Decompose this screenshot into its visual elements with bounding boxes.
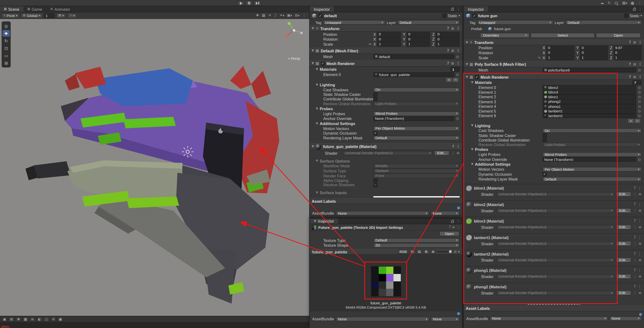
mip-slider[interactable] — [437, 251, 452, 252]
lighting-toggle-icon[interactable]: ☀ — [268, 14, 272, 17]
shader-dropdown[interactable]: Universal Render Pipeline/Lit▾ — [496, 258, 615, 262]
help-icon[interactable]: ? — [629, 75, 631, 79]
motion-vectors-dropdown[interactable]: Per Object Motion▾ — [373, 126, 460, 130]
scene-menu-icon[interactable]: ⋮ — [302, 14, 306, 17]
rotation-z-field[interactable]: 0 — [436, 37, 460, 41]
object-picker-icon[interactable]: ⊙ — [638, 85, 642, 89]
play-button[interactable] — [237, 1, 245, 6]
help-icon[interactable]: ? — [634, 252, 636, 256]
position-x-field[interactable]: 0 — [377, 32, 401, 36]
object-picker-icon[interactable]: ⊙ — [456, 116, 460, 120]
transform-tool[interactable]: ⊞ — [2, 60, 10, 66]
prefab-asset-name[interactable]: future gun — [494, 27, 511, 31]
object-picker-icon[interactable]: ⊙ — [456, 55, 460, 59]
object-picker-icon[interactable]: ⊙ — [638, 104, 642, 108]
edit-shader-button[interactable]: Edit... — [616, 290, 632, 295]
add-material-button[interactable]: + — [446, 77, 452, 82]
renderer-enabled-checkbox[interactable]: ✓ — [321, 61, 325, 66]
presets-icon[interactable]: ≡ — [633, 40, 636, 44]
texture-shape-dropdown[interactable]: 2D▾ — [373, 243, 460, 247]
view-tool[interactable]: ◎ — [2, 23, 10, 29]
move-tool[interactable]: ✚ — [2, 30, 10, 37]
tab-inspector[interactable]: ◉Inspector — [310, 219, 338, 224]
help-icon[interactable]: ? — [634, 236, 636, 239]
scale-y-field[interactable]: 1 — [580, 55, 608, 60]
edit-shader-button[interactable]: Edit... — [616, 241, 632, 246]
remove-material-button[interactable]: − — [634, 118, 641, 123]
step-button[interactable] — [254, 1, 261, 6]
scene-viewport[interactable]: ◎ ✚ ↻ ⊡ ▭ ⊞ < Persp — [0, 19, 309, 316]
object-picker-icon[interactable]: ⊙ — [638, 68, 642, 72]
tool-handle-icon[interactable]: ✚ — [256, 14, 259, 17]
position-y-field[interactable]: 0 — [407, 32, 430, 36]
component-menu-icon[interactable]: ⋮ — [638, 219, 641, 223]
additional-settings-foldout[interactable]: ▼Additional Settings — [310, 121, 462, 126]
anchor-override-field[interactable]: None (Transform) — [373, 116, 454, 121]
component-menu-icon[interactable]: ⋮ — [456, 225, 460, 229]
presets-icon[interactable]: ≡ — [451, 49, 454, 53]
component-menu-icon[interactable]: ⋮ — [456, 49, 460, 53]
shader-layers-icon[interactable]: ≡ — [638, 291, 642, 294]
presets-icon[interactable]: ≡ — [633, 75, 636, 79]
camera-preview-icon[interactable]: ▣ — [58, 317, 63, 322]
static-checkbox[interactable] — [442, 14, 446, 18]
object-name[interactable]: future gun — [478, 13, 498, 18]
shader-menu-icon[interactable]: ⋮ — [633, 242, 636, 245]
overrides-dropdown[interactable]: Overrides▾ — [480, 33, 529, 38]
edit-shader-button[interactable]: Edit... — [616, 208, 632, 213]
tab-inspector[interactable]: Inspector — [464, 6, 488, 12]
shader-dropdown[interactable]: Universal Render Pipeline/Lit▾ — [496, 225, 615, 229]
help-icon[interactable]: ? — [634, 269, 636, 272]
lock-icon[interactable] — [633, 9, 636, 11]
material-object-field[interactable]: blinn3 — [542, 90, 636, 94]
position-z-field[interactable]: 0 — [436, 32, 460, 36]
active-checkbox[interactable]: ✓ — [472, 14, 476, 18]
rotation-z-field[interactable]: 0 — [614, 50, 641, 55]
component-menu-icon[interactable]: ⋮ — [638, 269, 641, 272]
dynamic-occlusion-checkbox[interactable]: ✓ — [542, 172, 546, 176]
asset-labels-header[interactable]: Asset Labels — [464, 305, 644, 311]
materials-foldout[interactable]: ▼Materials 1 — [310, 67, 462, 72]
assetbundle-variant-dropdown[interactable]: None▾ — [610, 316, 642, 320]
tag-dropdown[interactable]: Untagged▾ — [323, 20, 385, 25]
help-icon[interactable]: ? — [447, 27, 449, 30]
position-x-field[interactable]: 0 — [546, 45, 574, 50]
object-picker-icon[interactable]: ⊙ — [638, 109, 642, 113]
gizmo-icon[interactable]: ▦ — [262, 14, 266, 17]
scale-z-field[interactable]: 1 — [436, 42, 460, 46]
material-object-field[interactable]: future_gun_palette — [373, 72, 454, 77]
mesh-renderer-header[interactable]: ▼ ▦ ✓ Mesh Renderer ?≡⋮ — [310, 61, 462, 67]
component-menu-icon[interactable]: ⋮ — [638, 285, 641, 288]
global-dropdown[interactable]: ◐Global▾ — [21, 13, 42, 18]
help-icon[interactable]: ? — [634, 186, 636, 190]
undo-history-icon[interactable]: ↻ — [608, 1, 611, 5]
gizmos-dropdown-icon[interactable]: ⊞▾ — [295, 14, 299, 17]
transform-header[interactable]: ▼ ✛ Transform ?≡⋮ — [310, 26, 462, 32]
pause-button[interactable] — [245, 1, 253, 6]
presets-icon[interactable]: ≡ — [633, 63, 636, 66]
rendering-layer-mask-dropdown[interactable]: Default▾ — [542, 177, 642, 182]
material-object-field[interactable]: lambert1 — [542, 109, 636, 114]
rotation-x-field[interactable]: 0 — [377, 37, 401, 41]
tab-animator[interactable]: ⊞Animator — [46, 6, 74, 12]
contribute-gi-checkbox[interactable] — [542, 138, 546, 142]
shader-layers-icon[interactable]: ≡ — [456, 151, 460, 155]
assetbundle-dropdown[interactable]: None▾ — [336, 317, 430, 321]
scale-tool[interactable]: ⊡ — [2, 45, 10, 52]
channel-r-button[interactable]: R — [410, 250, 415, 254]
scale-x-field[interactable]: 1 — [377, 42, 401, 46]
edit-shader-button[interactable]: Edit... — [616, 257, 632, 262]
position-y-field[interactable]: 0 — [580, 45, 608, 50]
open-prefab-button[interactable]: Open — [596, 33, 641, 38]
additional-settings-foldout[interactable]: ▼Additional Settings — [464, 162, 644, 167]
static-checkbox[interactable] — [624, 14, 628, 18]
lock-icon[interactable] — [451, 221, 454, 223]
cast-shadows-dropdown[interactable]: On▾ — [373, 87, 460, 92]
component-menu-icon[interactable]: ⋮ — [456, 27, 460, 30]
channel-rgb-button[interactable]: RGB — [398, 250, 408, 254]
mesh-renderer-header[interactable]: ▼ ▦ ✓ Mesh Renderer ?≡⋮ — [464, 74, 644, 80]
preview-dropdown-icon[interactable]: ▾ — [458, 250, 460, 253]
help-icon[interactable]: ? — [447, 62, 449, 65]
scale-x-field[interactable]: 1 — [546, 55, 574, 60]
rect-tool[interactable]: ▭ — [2, 52, 10, 59]
